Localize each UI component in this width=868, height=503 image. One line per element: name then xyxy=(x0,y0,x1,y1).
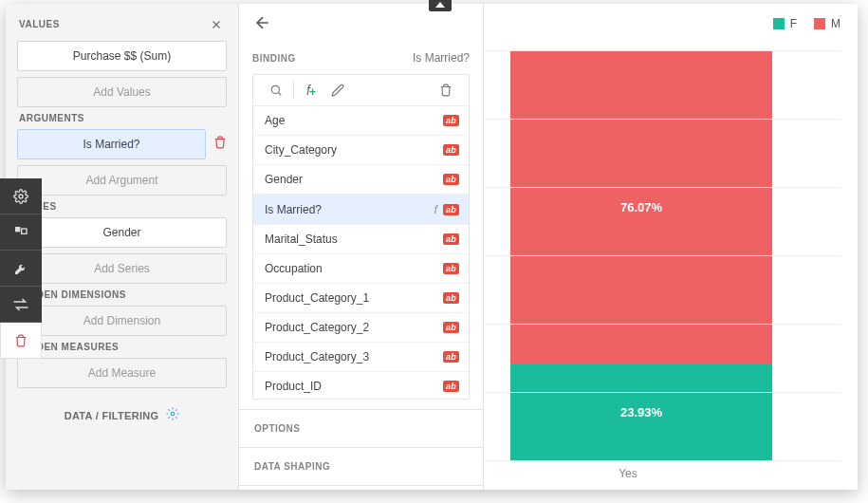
add-values-label: Add Values xyxy=(93,85,151,99)
text-type-badge: ab xyxy=(443,322,459,333)
grid-line xyxy=(484,50,840,51)
series-title: SERIES xyxy=(19,201,227,212)
search-icon[interactable] xyxy=(263,80,289,101)
add-series-label: Add Series xyxy=(94,262,150,275)
svg-point-4 xyxy=(271,85,279,93)
data-filtering-label: DATA / FILTERING xyxy=(65,410,159,421)
text-type-badge: ab xyxy=(443,263,459,274)
svg-point-0 xyxy=(19,195,23,198)
field-name: Product_Category_3 xyxy=(265,350,369,363)
arguments-title: ARGUMENTS xyxy=(19,113,227,123)
add-calculated-field-icon[interactable]: f+ xyxy=(298,80,324,101)
close-icon[interactable] xyxy=(206,14,227,35)
gear-icon xyxy=(166,407,179,423)
field-item[interactable]: Product_IDab xyxy=(253,371,469,399)
sidebar-tool-settings[interactable] xyxy=(0,178,42,214)
field-name: Is Married? xyxy=(265,203,322,216)
legend-label-f: F xyxy=(790,17,797,30)
svg-point-3 xyxy=(172,412,175,416)
text-type-badge: ab xyxy=(443,174,459,185)
delete-field-icon[interactable] xyxy=(433,80,459,101)
field-item[interactable]: Product_Category_3ab xyxy=(253,342,469,371)
sidebar-tool-wrench[interactable] xyxy=(0,251,42,287)
calc-field-icon: f xyxy=(434,202,437,216)
field-name: Occupation xyxy=(265,262,323,275)
field-name: Product_Category_1 xyxy=(265,291,369,305)
series-item[interactable]: Gender xyxy=(17,217,227,248)
chart-area: F M 23.93%76.07% Yes xyxy=(484,4,858,490)
add-series-button[interactable]: Add Series xyxy=(17,253,227,284)
grid-line xyxy=(484,460,840,461)
add-dimension-button[interactable]: Add Dimension xyxy=(17,306,227,336)
bar-segment-f: 23.93% xyxy=(510,363,772,461)
bar-segment-label: 23.93% xyxy=(620,405,662,419)
options-title: OPTIONS xyxy=(254,423,301,434)
field-item[interactable]: Marital_Statusab xyxy=(253,224,469,253)
grid-line xyxy=(484,187,840,188)
data-shaping-section[interactable]: DATA SHAPING xyxy=(239,447,483,486)
legend-swatch-m xyxy=(814,18,825,29)
field-item[interactable]: Occupationab xyxy=(253,253,469,283)
field-name: Age xyxy=(265,114,285,127)
field-name: City_Category xyxy=(265,143,337,157)
hidden-dimensions-title: HIDDEN DIMENSIONS xyxy=(19,289,227,300)
field-name: Marital_Status xyxy=(265,233,338,246)
field-name: Product_ID xyxy=(265,380,322,393)
field-item[interactable]: Ageab xyxy=(253,106,469,135)
field-item[interactable]: City_Categoryab xyxy=(253,135,469,164)
field-item[interactable]: Product_Category_2ab xyxy=(253,312,469,342)
value-item-label: Purchase $$ (Sum) xyxy=(73,49,171,63)
text-type-badge: ab xyxy=(443,144,459,156)
binding-panel: BINDING Is Married? f+ AgeabCity_Categor… xyxy=(239,4,484,490)
field-item[interactable]: Is Married?fab xyxy=(253,194,469,224)
text-type-badge: ab xyxy=(443,233,459,245)
values-title: VALUES xyxy=(19,19,60,29)
binding-title: BINDING xyxy=(252,53,296,64)
text-type-badge: ab xyxy=(443,381,459,392)
text-type-badge: ab xyxy=(443,292,459,304)
bar-segment-label: 76.07% xyxy=(620,200,662,214)
delete-argument-icon[interactable] xyxy=(213,135,227,154)
add-argument-button[interactable]: Add Argument xyxy=(17,165,227,196)
x-category-label: Yes xyxy=(619,467,637,480)
options-section[interactable]: OPTIONS xyxy=(239,409,483,447)
field-list-box: f+ AgeabCity_CategoryabGenderabIs Marrie… xyxy=(252,74,470,400)
field-item[interactable]: Genderab xyxy=(253,164,469,194)
sidebar-tool-convert[interactable] xyxy=(0,287,42,323)
svg-rect-2 xyxy=(22,229,27,233)
sidebar-tool-layout[interactable] xyxy=(0,214,42,251)
add-measure-label: Add Measure xyxy=(88,366,156,380)
sidebar-tool-delete[interactable] xyxy=(0,323,42,359)
grid-line xyxy=(484,392,840,393)
legend-label-m: M xyxy=(831,17,840,30)
argument-item[interactable]: Is Married? xyxy=(17,129,206,159)
back-icon[interactable] xyxy=(252,13,273,36)
binding-current: Is Married? xyxy=(413,51,470,65)
field-name: Gender xyxy=(265,173,303,186)
add-values-button[interactable]: Add Values xyxy=(17,77,227,107)
value-item[interactable]: Purchase $$ (Sum) xyxy=(17,41,227,71)
grid-line xyxy=(484,255,840,256)
grid-line xyxy=(484,324,840,325)
bar-segment-m: 76.07% xyxy=(510,51,772,363)
text-type-badge: ab xyxy=(443,115,459,126)
text-type-badge: ab xyxy=(443,204,459,215)
field-item[interactable]: Product_Category_1ab xyxy=(253,283,469,312)
series-item-label: Gender xyxy=(102,226,140,239)
edit-icon[interactable] xyxy=(324,80,351,101)
text-type-badge: ab xyxy=(443,351,459,363)
grid-line xyxy=(484,119,840,120)
svg-rect-1 xyxy=(15,227,20,232)
chart-legend: F M xyxy=(773,17,840,30)
legend-swatch-f xyxy=(773,18,785,29)
data-filtering-button[interactable]: DATA / FILTERING xyxy=(17,394,227,437)
hidden-measures-title: HIDDEN MEASURES xyxy=(19,342,227,352)
add-dimension-label: Add Dimension xyxy=(83,314,160,327)
data-shaping-title: DATA SHAPING xyxy=(254,461,330,472)
add-measure-button[interactable]: Add Measure xyxy=(17,358,227,388)
panel-collapse-handle[interactable] xyxy=(429,0,452,11)
field-name: Product_Category_2 xyxy=(265,321,369,334)
argument-item-label: Is Married? xyxy=(83,138,139,151)
add-argument-label: Add Argument xyxy=(85,174,157,187)
